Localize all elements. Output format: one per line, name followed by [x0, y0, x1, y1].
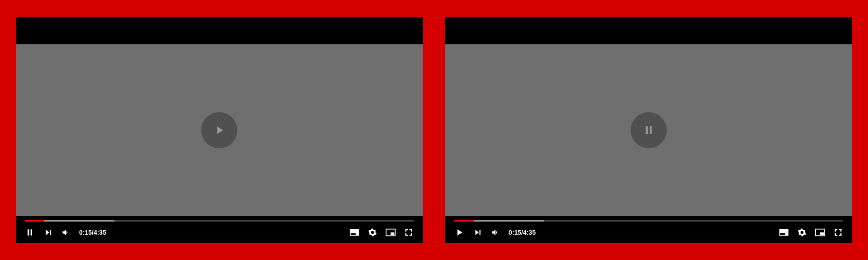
fullscreen-icon — [404, 228, 413, 237]
gear-icon — [797, 228, 807, 237]
svg-rect-1 — [351, 233, 356, 235]
pause-icon — [25, 228, 34, 237]
subtitles-button[interactable] — [349, 227, 359, 237]
controls-bar: 0:15/4:35 — [16, 216, 423, 243]
fullscreen-icon — [834, 228, 843, 237]
play-button[interactable] — [454, 227, 464, 237]
pause-icon — [643, 124, 655, 136]
player-header — [16, 17, 423, 44]
duration-time: 4:35 — [523, 229, 536, 236]
progress-played — [25, 220, 44, 222]
video-player: 0:15/4:35 — [445, 17, 852, 243]
miniplayer-button[interactable] — [386, 227, 396, 237]
progress-played — [454, 220, 474, 222]
controls-bar: 0:15/4:35 — [445, 216, 852, 243]
video-viewport[interactable] — [16, 44, 423, 216]
next-button[interactable] — [472, 227, 482, 237]
svg-rect-7 — [820, 232, 824, 235]
control-row: 0:15/4:35 — [25, 222, 414, 243]
play-icon — [213, 124, 226, 137]
duration-time: 4:35 — [94, 229, 106, 236]
subtitles-icon — [349, 228, 359, 236]
volume-icon — [61, 228, 71, 237]
volume-button[interactable] — [491, 227, 500, 237]
progress-bar[interactable] — [454, 220, 843, 222]
progress-buffered — [44, 220, 114, 222]
next-icon — [473, 228, 481, 236]
progress-buffered — [474, 220, 544, 222]
next-icon — [44, 228, 52, 236]
gear-icon — [368, 228, 377, 237]
subtitles-button[interactable] — [779, 227, 789, 237]
video-viewport[interactable] — [445, 44, 852, 216]
fullscreen-button[interactable] — [404, 227, 414, 237]
subtitles-icon — [779, 228, 789, 236]
pause-button[interactable] — [25, 227, 35, 237]
elapsed-time: 0:15 — [79, 229, 92, 236]
play-icon — [455, 228, 464, 237]
volume-icon — [491, 228, 500, 237]
center-pause-button[interactable] — [631, 112, 667, 148]
fullscreen-button[interactable] — [833, 227, 843, 237]
settings-button[interactable] — [797, 227, 807, 237]
player-header — [445, 17, 852, 44]
control-row: 0:15/4:35 — [454, 222, 843, 243]
volume-button[interactable] — [61, 227, 71, 237]
progress-bar[interactable] — [25, 220, 414, 222]
svg-rect-3 — [391, 232, 394, 235]
next-button[interactable] — [43, 227, 53, 237]
miniplayer-icon — [386, 228, 396, 236]
center-play-button[interactable] — [201, 112, 237, 148]
svg-rect-5 — [780, 233, 785, 235]
miniplayer-button[interactable] — [815, 227, 825, 237]
time-display: 0:15/4:35 — [509, 229, 536, 236]
video-player: 0:15/4:35 — [16, 17, 423, 243]
miniplayer-icon — [815, 228, 825, 236]
settings-button[interactable] — [368, 227, 377, 237]
elapsed-time: 0:15 — [509, 229, 521, 236]
time-display: 0:15/4:35 — [79, 229, 106, 236]
